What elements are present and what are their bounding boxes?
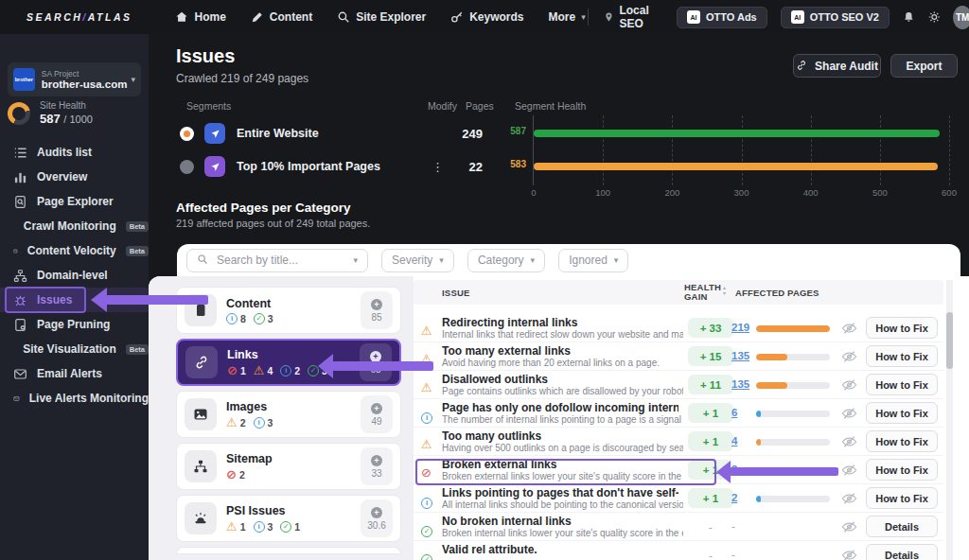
health-gain-value: + 1 xyxy=(688,403,733,423)
nav-item-home[interactable]: Home xyxy=(175,10,225,24)
ignore-eye-slash-icon[interactable] xyxy=(841,549,857,560)
health-gain-col-header[interactable]: HEALTH GAIN xyxy=(684,283,726,302)
site-health-score: 587 xyxy=(40,112,61,126)
how-to-fix-button[interactable]: How to Fix xyxy=(866,430,938,452)
ignore-eye-slash-icon[interactable] xyxy=(841,322,857,335)
ignore-eye-slash-icon[interactable] xyxy=(841,520,857,534)
how-to-fix-button[interactable]: How to Fix xyxy=(866,459,938,481)
sidebar-item-overview[interactable]: Overview xyxy=(0,165,149,189)
share-audit-button[interactable]: Share Audit xyxy=(793,54,881,78)
affected-pages-link[interactable]: 6 xyxy=(731,407,737,418)
category-card-images[interactable]: Images⚠2i3+49 xyxy=(176,391,401,438)
gear-icon[interactable] xyxy=(928,9,941,25)
affected-pages-link[interactable]: 219 xyxy=(731,322,749,333)
issue-description: Having over 500 outlinks on a page is di… xyxy=(442,443,683,453)
issue-row-no-broken-internal-links[interactable]: ✓No broken internal linksBroken internal… xyxy=(414,513,943,541)
category-title: Links xyxy=(227,348,360,362)
category-title: Content xyxy=(226,297,361,311)
how-to-fix-button[interactable]: How to Fix xyxy=(866,487,938,509)
ignore-eye-slash-icon[interactable] xyxy=(841,350,857,363)
issues-rows: ⚠Redirecting internal linksInternal link… xyxy=(414,314,943,560)
ignore-eye-slash-icon[interactable] xyxy=(841,435,857,448)
nav-item-site-explorer[interactable]: Site Explorer xyxy=(337,10,426,24)
ignored-filter[interactable]: Ignored▾ xyxy=(558,249,628,272)
warning-icon: ⚠ xyxy=(226,520,238,533)
nav-item-content[interactable]: Content xyxy=(251,10,312,24)
sidebar-item-live-alerts-monitoring[interactable]: Live Alerts Monitoring xyxy=(0,386,149,411)
category-score[interactable]: +85 xyxy=(361,291,393,329)
severity-badge-warning: ⚠1 xyxy=(226,520,246,533)
vertical-scrollbar[interactable] xyxy=(946,280,953,560)
info-icon: i xyxy=(421,498,432,509)
primary-nav: HomeContentSite ExplorerKeywordsMore▾ xyxy=(175,10,585,24)
issue-row-disallowed-outlinks[interactable]: ⚠Disallowed outlinksPage contains outlin… xyxy=(414,371,943,399)
ignore-eye-slash-icon[interactable] xyxy=(841,464,857,477)
info-icon: i xyxy=(254,417,265,429)
avatar[interactable]: TM xyxy=(953,6,969,29)
x-axis-tick: 100 xyxy=(595,187,610,198)
issue-row-too-many-outlinks[interactable]: ⚠Too many outlinksHaving over 500 outlin… xyxy=(414,428,943,456)
details-button[interactable]: Details xyxy=(866,544,938,560)
issue-row-redirecting-internal-links[interactable]: ⚠Redirecting internal linksInternal link… xyxy=(414,314,943,342)
otto-ads-button[interactable]: AI OTTO Ads xyxy=(677,7,767,28)
health-gain-value: + 15 xyxy=(688,346,733,366)
export-button[interactable]: Export xyxy=(890,54,958,78)
issue-description: Broken external links lower your site's … xyxy=(442,471,683,481)
issue-row-valid-rel-attribute[interactable]: ✓Valid rel attribute.--Details xyxy=(414,541,943,560)
sidebar-item-domain-level[interactable]: Domain-level xyxy=(0,263,149,288)
issue-row-page-has-only-one-dofollow-incoming-internal-link[interactable]: iPage has only one dofollow incoming int… xyxy=(414,399,943,428)
sidebar-item-site-visualization[interactable]: Site VisualizationBeta xyxy=(0,337,149,361)
sort-icon[interactable]: ▴▾ xyxy=(723,285,726,296)
affected-pages-link[interactable]: 2 xyxy=(731,492,737,503)
kebab-menu-icon[interactable]: ⋮ xyxy=(432,160,441,174)
plus-icon: + xyxy=(371,455,382,466)
sidebar-item-content-velocity[interactable]: Content VelocityBeta xyxy=(0,238,149,263)
issue-row-too-many-external-links[interactable]: ⚠Too many external linksAvoid having mor… xyxy=(414,342,943,371)
nav-item-keywords[interactable]: Keywords xyxy=(450,10,523,24)
severity-filter[interactable]: Severity▾ xyxy=(381,249,454,272)
how-to-fix-button[interactable]: How to Fix xyxy=(866,345,938,367)
otto-seo-v2-button[interactable]: AI OTTO SEO V2 xyxy=(781,7,890,28)
sidebar-item-page-pruning[interactable]: Page Pruning xyxy=(0,312,149,337)
nav-item-local-seo[interactable]: Local SEO xyxy=(604,4,663,30)
segment-row-top-pages[interactable]: Top 10% Important Pages xyxy=(180,154,380,179)
category-filter[interactable]: Category▾ xyxy=(467,249,545,272)
sidebar-item-page-explorer[interactable]: Page Explorer xyxy=(0,189,149,214)
affected-pages-link[interactable]: 135 xyxy=(731,350,749,361)
scrollbar-thumb[interactable] xyxy=(946,312,953,369)
category-card-content[interactable]: Contenti8✓3+85 xyxy=(176,287,401,334)
how-to-fix-button[interactable]: How to Fix xyxy=(866,402,938,424)
ignore-eye-slash-icon[interactable] xyxy=(841,407,857,420)
sidebar-item-audits-list[interactable]: Audits list xyxy=(0,140,149,165)
sidebar-item-email-alerts[interactable]: Email Alerts xyxy=(0,361,149,386)
search-atlas-logo[interactable]: SEARCH/ATLAS xyxy=(26,11,132,23)
link-icon xyxy=(185,346,218,378)
details-button[interactable]: Details xyxy=(866,516,938,537)
category-score[interactable]: +30.6 xyxy=(361,499,393,537)
affected-pages-link[interactable]: 4 xyxy=(731,435,737,446)
annotation-arrow-issues-shaft xyxy=(106,295,208,305)
nav-item-more[interactable]: More▾ xyxy=(549,10,586,24)
issue-row-links-pointing-to-pages-that-don-t-have-self-referential-c[interactable]: iLinks pointing to pages that don't have… xyxy=(414,484,943,513)
nav-item-label: Home xyxy=(194,10,225,24)
issue-row-broken-external-links[interactable]: ⊘Broken external linksBroken external li… xyxy=(414,456,943,484)
category-card-sitemap[interactable]: Sitemap⊘2+33 xyxy=(176,443,401,490)
category-card-psi-issues[interactable]: PSI Issues⚠1i3✓1+30.6 xyxy=(176,495,401,542)
category-score[interactable]: +49 xyxy=(361,395,393,433)
mail-icon xyxy=(13,392,20,406)
ignore-eye-slash-icon[interactable] xyxy=(841,378,857,392)
hierarchy-icon xyxy=(13,269,27,283)
sidebar-item-crawl-monitoring[interactable]: Crawl MonitoringBeta xyxy=(0,214,149,238)
radio-selected[interactable] xyxy=(180,127,194,141)
project-selector[interactable]: brother SA Project brother-usa.com ▾ xyxy=(8,62,141,96)
radio-unselected[interactable] xyxy=(180,160,194,174)
affected-pages-link[interactable]: 135 xyxy=(731,378,749,390)
bell-icon[interactable] xyxy=(903,9,915,25)
category-score[interactable]: +33 xyxy=(361,447,393,485)
how-to-fix-button[interactable]: How to Fix xyxy=(866,374,938,395)
how-to-fix-button[interactable]: How to Fix xyxy=(866,317,938,339)
segment-pages-count: 249 xyxy=(445,127,483,141)
search-input[interactable]: Search by title... ▾ xyxy=(186,249,368,272)
segment-row-entire-website[interactable]: Entire Website xyxy=(180,121,319,146)
ignore-eye-slash-icon[interactable] xyxy=(841,492,857,505)
